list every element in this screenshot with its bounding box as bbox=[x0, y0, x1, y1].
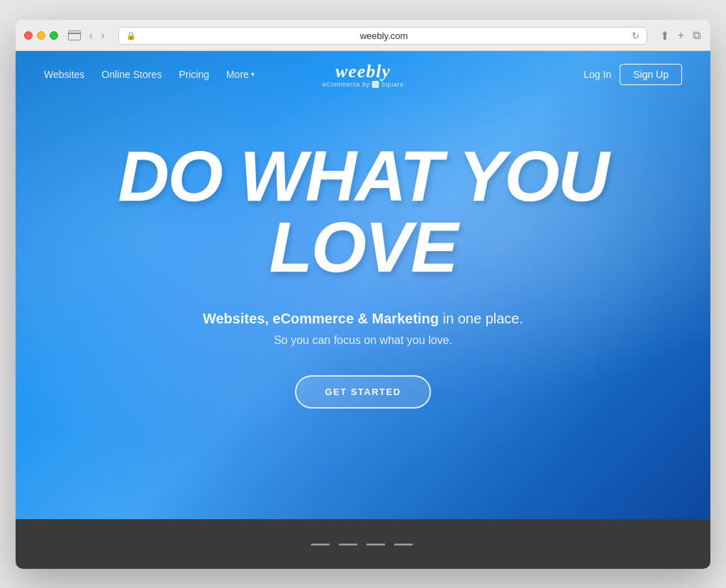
hero-tagline: So you can focus on what you love. bbox=[44, 334, 682, 347]
new-tab-button[interactable]: + bbox=[676, 28, 686, 43]
windows-button[interactable]: ⧉ bbox=[691, 28, 702, 43]
browser-nav-controls: ‹ › bbox=[86, 29, 107, 42]
nav-pricing[interactable]: Pricing bbox=[179, 69, 209, 80]
login-button[interactable]: Log In bbox=[583, 69, 611, 80]
logo-subtitle: eCommerce by Square bbox=[322, 81, 403, 88]
logo-name: weebly bbox=[322, 61, 403, 82]
tab-icon bbox=[68, 30, 81, 40]
traffic-lights bbox=[24, 31, 58, 40]
security-icon: 🔒 bbox=[126, 31, 136, 40]
share-button[interactable]: ⬆ bbox=[659, 28, 671, 44]
chevron-down-icon: ▾ bbox=[251, 70, 255, 78]
nav-logo: weebly eCommerce by Square bbox=[322, 61, 403, 88]
nav-more[interactable]: More ▾ bbox=[226, 69, 255, 80]
nav-left: Websites Online Stores Pricing More ▾ bbox=[44, 69, 255, 80]
hero-section: Websites Online Stores Pricing More ▾ we… bbox=[16, 51, 710, 519]
close-button[interactable] bbox=[24, 31, 33, 40]
square-icon bbox=[372, 81, 379, 88]
address-bar-container: 🔒 ↻ bbox=[118, 27, 647, 45]
browser-chrome: ‹ › 🔒 ↻ ⬆ + ⧉ bbox=[16, 20, 710, 51]
nav-websites[interactable]: Websites bbox=[44, 69, 84, 80]
hero-content: Do What You Love Websites, eCommerce & M… bbox=[16, 98, 710, 465]
main-nav: Websites Online Stores Pricing More ▾ we… bbox=[16, 51, 710, 98]
nav-online-stores[interactable]: Online Stores bbox=[101, 69, 162, 80]
hero-subheading: Websites, eCommerce & Marketing in one p… bbox=[44, 311, 682, 327]
dark-strip: — — — — bbox=[16, 519, 710, 569]
get-started-button[interactable]: GET STARTED bbox=[295, 375, 430, 409]
browser-window: ‹ › 🔒 ↻ ⬆ + ⧉ Websites Online S bbox=[16, 20, 710, 569]
nav-right: Log In Sign Up bbox=[583, 64, 682, 85]
refresh-icon[interactable]: ↻ bbox=[632, 30, 640, 41]
forward-button[interactable]: › bbox=[99, 29, 108, 42]
site-content: Websites Online Stores Pricing More ▾ we… bbox=[16, 51, 710, 569]
hero-headline: Do What You Love bbox=[44, 140, 682, 282]
back-button[interactable]: ‹ bbox=[86, 29, 96, 42]
dark-strip-text: — — — — bbox=[311, 533, 415, 555]
browser-actions: ⬆ + ⧉ bbox=[659, 28, 702, 44]
minimize-button[interactable] bbox=[37, 31, 45, 40]
address-bar[interactable] bbox=[140, 30, 627, 41]
maximize-button[interactable] bbox=[50, 31, 58, 40]
signup-button[interactable]: Sign Up bbox=[620, 64, 682, 85]
